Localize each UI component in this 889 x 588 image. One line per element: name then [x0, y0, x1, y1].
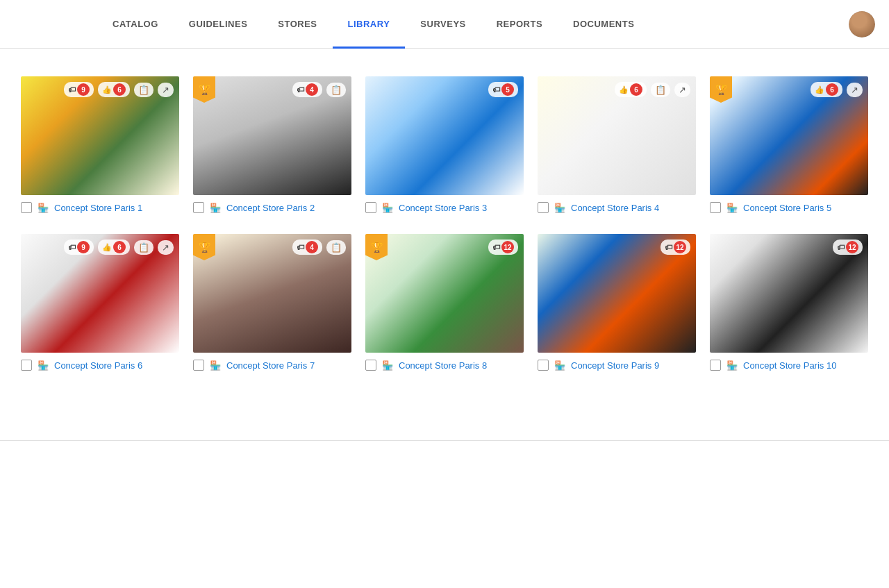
card-footer-8: 🏪Concept Store Paris 8	[365, 360, 524, 371]
card-checkbox-9[interactable]	[538, 360, 549, 371]
store-icon: 🏪	[38, 360, 49, 371]
trophy-icon: 🏆	[199, 84, 210, 95]
card-2: 🏆🏷4📋🏪Concept Store Paris 2	[193, 76, 351, 213]
trophy-badge-7: 🏆	[193, 234, 215, 260]
trophy-badge-8: 🏆	[365, 234, 388, 260]
clipboard-icon[interactable]: 📋	[134, 240, 153, 255]
card-checkbox-10[interactable]	[710, 360, 721, 371]
tag-count-badge[interactable]: 🏷12	[488, 240, 518, 255]
tag-count-badge[interactable]: 🏷12	[833, 240, 863, 255]
trophy-badge-2: 🏆	[193, 76, 215, 103]
card-label-2[interactable]: Concept Store Paris 2	[226, 203, 315, 213]
card-footer-2: 🏪Concept Store Paris 2	[193, 202, 351, 213]
thumb-count: 6	[630, 83, 642, 96]
tag-count-badge[interactable]: 🏷12	[660, 240, 690, 255]
thumb-count: 6	[113, 83, 126, 96]
store-icon: 🏪	[38, 203, 49, 213]
card-label-1[interactable]: Concept Store Paris 1	[54, 203, 142, 213]
nav-reports[interactable]: REPORTS	[481, 0, 558, 49]
card-label-10[interactable]: Concept Store Paris 10	[743, 360, 836, 371]
card-checkbox-4[interactable]	[538, 202, 549, 213]
tag-count-badge[interactable]: 🏷4	[292, 82, 322, 97]
card-checkbox-7[interactable]	[193, 360, 204, 371]
trophy-icon: 🏆	[371, 242, 383, 253]
card-5: 🏆👍6↗🏪Concept Store Paris 5	[710, 76, 868, 213]
share-icon[interactable]: ↗	[847, 83, 863, 97]
store-icon: 🏪	[554, 360, 565, 371]
icon-bar-5: 👍6↗	[811, 82, 863, 97]
thumb-count-badge[interactable]: 👍6	[98, 82, 130, 97]
card-label-3[interactable]: Concept Store Paris 3	[399, 203, 487, 213]
card-checkbox-3[interactable]	[365, 202, 376, 213]
share-icon[interactable]: ↗	[158, 240, 174, 255]
icon-bar-10: 🏷12	[833, 240, 863, 255]
tag-count: 5	[501, 83, 514, 96]
nav-library[interactable]: LIBRARY	[333, 0, 406, 49]
share-icon[interactable]: ↗	[158, 83, 174, 97]
trophy-icon: 🏆	[715, 84, 727, 95]
nav-catalog[interactable]: CATALOG	[97, 0, 174, 49]
share-icon[interactable]: ↗	[674, 83, 690, 97]
icon-bar-9: 🏷12	[660, 240, 690, 255]
card-footer-6: 🏪Concept Store Paris 6	[21, 360, 179, 371]
tag-icon: 🏷	[297, 243, 304, 251]
card-checkbox-6[interactable]	[21, 360, 32, 371]
card-checkbox-2[interactable]	[193, 202, 204, 213]
card-label-4[interactable]: Concept Store Paris 4	[571, 203, 659, 213]
clipboard-icon[interactable]: 📋	[651, 83, 670, 97]
main-content: 🏷9👍6📋↗🏪Concept Store Paris 1🏆🏷4📋🏪Concept…	[0, 49, 889, 398]
thumb-count-badge[interactable]: 👍6	[615, 82, 647, 97]
card-footer-10: 🏪Concept Store Paris 10	[710, 360, 868, 371]
nav-links: CATALOG GUIDELINES STORES LIBRARY SURVEY…	[97, 0, 849, 49]
tag-count: 9	[77, 241, 90, 253]
thumb-count-badge[interactable]: 👍6	[98, 240, 130, 255]
card-label-9[interactable]: Concept Store Paris 9	[571, 360, 659, 371]
card-label-5[interactable]: Concept Store Paris 5	[743, 203, 831, 213]
thumb-icon: 👍	[619, 85, 629, 94]
card-label-8[interactable]: Concept Store Paris 8	[399, 360, 487, 371]
tag-count-badge[interactable]: 🏷5	[488, 82, 518, 97]
card-checkbox-5[interactable]	[710, 202, 721, 213]
card-label-6[interactable]: Concept Store Paris 6	[54, 360, 142, 371]
card-1: 🏷9👍6📋↗🏪Concept Store Paris 1	[21, 76, 179, 213]
trophy-icon: 🏆	[199, 242, 210, 253]
thumb-count: 6	[826, 83, 838, 96]
store-icon: 🏪	[726, 203, 738, 213]
tag-icon: 🏷	[492, 85, 500, 94]
thumb-icon: 👍	[815, 85, 824, 94]
tag-icon: 🏷	[68, 243, 76, 251]
tag-count-badge[interactable]: 🏷9	[64, 82, 94, 97]
nav-documents[interactable]: DOCUMENTS	[558, 0, 649, 49]
card-footer-7: 🏪Concept Store Paris 7	[193, 360, 351, 371]
tag-count-badge[interactable]: 🏷4	[292, 240, 322, 255]
clipboard-icon[interactable]: 📋	[326, 240, 346, 255]
tag-count-badge[interactable]: 🏷9	[64, 240, 94, 255]
footer-bar	[0, 440, 889, 468]
icon-bar-3: 🏷5	[488, 82, 518, 97]
store-icon: 🏪	[382, 360, 393, 371]
store-icon: 🏪	[210, 203, 221, 213]
card-4: 👍6📋↗🏪Concept Store Paris 4	[538, 76, 696, 213]
tag-count: 12	[501, 241, 514, 253]
clipboard-icon[interactable]: 📋	[326, 83, 346, 97]
thumb-count-badge[interactable]: 👍6	[811, 82, 842, 97]
nav-surveys[interactable]: SURVEYS	[405, 0, 481, 49]
card-9: 🏷12🏪Concept Store Paris 9	[538, 234, 696, 371]
thumb-icon: 👍	[102, 243, 112, 252]
clipboard-icon[interactable]: 📋	[134, 83, 153, 97]
card-footer-4: 🏪Concept Store Paris 4	[538, 202, 696, 213]
card-7: 🏆🏷4📋🏪Concept Store Paris 7	[193, 234, 351, 371]
avatar[interactable]	[849, 11, 875, 37]
card-grid: 🏷9👍6📋↗🏪Concept Store Paris 1🏆🏷4📋🏪Concept…	[21, 76, 868, 371]
store-icon: 🏪	[382, 203, 393, 213]
card-checkbox-1[interactable]	[21, 202, 32, 213]
card-checkbox-8[interactable]	[365, 360, 376, 371]
store-icon: 🏪	[554, 203, 565, 213]
card-label-7[interactable]: Concept Store Paris 7	[226, 360, 315, 371]
tag-count: 4	[306, 241, 318, 253]
nav-stores[interactable]: STORES	[263, 0, 332, 49]
nav-guidelines[interactable]: GUIDELINES	[174, 0, 263, 49]
icon-bar-6: 🏷9👍6📋↗	[64, 240, 174, 255]
icon-bar-2: 🏷4📋	[292, 82, 346, 97]
card-8: 🏆🏷12🏪Concept Store Paris 8	[365, 234, 524, 371]
